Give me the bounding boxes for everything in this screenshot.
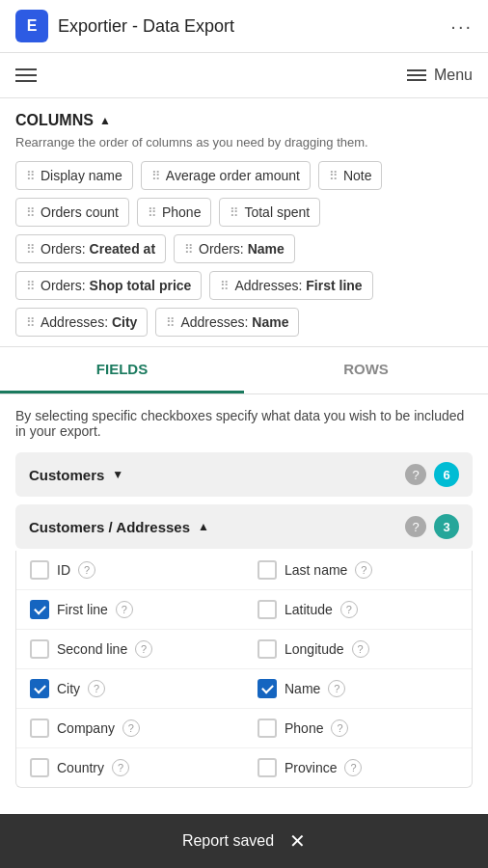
cb-city[interactable] [30, 679, 49, 698]
drag-icon: ⠿ [151, 169, 161, 183]
addresses-group-label: Customers / Addresses ▲ [29, 519, 209, 535]
phone-help-icon[interactable]: ? [331, 719, 348, 737]
checkbox-second-line: Second line ? [16, 630, 244, 669]
drag-icon: ⠿ [26, 279, 36, 293]
checkbox-last-name: Last name ? [244, 551, 472, 590]
name-help-icon[interactable]: ? [328, 680, 345, 697]
columns-section: COLUMNS ▲ Rearrange the order of columns… [0, 98, 488, 347]
addresses-arrow-icon: ▲ [198, 520, 209, 533]
second-line-help-icon[interactable]: ? [135, 640, 152, 658]
app-title: Exportier - Data Export [58, 16, 234, 37]
columns-arrow-icon: ▲ [99, 114, 111, 127]
customers-group-header[interactable]: Customers ▼ ? 6 [15, 452, 473, 497]
col-tag-orders-shop-total[interactable]: ⠿ Orders: Shop total price [15, 271, 202, 300]
cb-latitude[interactable] [258, 600, 277, 619]
drag-icon: ⠿ [230, 205, 239, 220]
col-tag-orders-created-at[interactable]: ⠿ Orders: Created at [15, 234, 166, 263]
cb-company[interactable] [30, 719, 49, 738]
province-help-icon[interactable]: ? [344, 759, 362, 776]
toolbar: Menu [0, 53, 488, 98]
checkboxes-grid: ID ? Last name ? First line ? Latitude ?… [15, 551, 473, 788]
id-help-icon[interactable]: ? [78, 561, 95, 579]
checkbox-first-line: First line ? [16, 590, 244, 630]
checkbox-id: ID ? [16, 551, 244, 590]
longitude-help-icon[interactable]: ? [352, 640, 369, 658]
app-header-left: E Exportier - Data Export [15, 10, 234, 42]
col-tag-avg-order[interactable]: ⠿ Average order amount [141, 161, 311, 190]
customers-group-label: Customers ▼ [29, 467, 123, 483]
tab-fields[interactable]: FIELDS [0, 347, 244, 393]
toast-notification: Report saved ✕ [0, 814, 488, 868]
checkbox-province: Province ? [244, 748, 472, 787]
columns-grid: ⠿ Display name ⠿ Average order amount ⠿ … [15, 161, 473, 337]
checkbox-phone: Phone ? [244, 709, 472, 748]
toast-message: Report saved [182, 832, 274, 850]
drag-icon: ⠿ [26, 315, 36, 330]
col-tag-display-name[interactable]: ⠿ Display name [15, 161, 133, 190]
col-tag-orders-count[interactable]: ⠿ Orders count [15, 198, 129, 227]
customers-count-badge: 6 [434, 462, 459, 487]
fields-section: By selecting specific checkboxes specify… [0, 394, 488, 811]
cb-first-line[interactable] [30, 600, 49, 619]
col-tag-addresses-city[interactable]: ⠿ Addresses: City [15, 308, 148, 337]
addresses-group-header[interactable]: Customers / Addresses ▲ ? 3 [15, 504, 473, 549]
col-tag-note[interactable]: ⠿ Note [318, 161, 383, 190]
menu-lines-icon [407, 69, 426, 81]
customers-help-icon[interactable]: ? [405, 464, 426, 485]
fields-description: By selecting specific checkboxes specify… [15, 408, 473, 439]
first-line-help-icon[interactable]: ? [116, 601, 133, 618]
cb-country[interactable] [30, 758, 49, 777]
country-help-icon[interactable]: ? [112, 759, 129, 776]
checkbox-city: City ? [16, 669, 244, 709]
city-help-icon[interactable]: ? [88, 680, 105, 697]
drag-icon: ⠿ [220, 279, 230, 293]
addresses-count-badge: 3 [434, 514, 459, 539]
addresses-group-right: ? 3 [405, 514, 459, 539]
customers-group-right: ? 6 [405, 462, 459, 487]
addresses-help-icon[interactable]: ? [405, 516, 426, 537]
last-name-help-icon[interactable]: ? [355, 561, 372, 579]
drag-icon: ⠿ [26, 242, 36, 257]
hamburger-icon[interactable] [15, 68, 37, 82]
menu-button[interactable]: Menu [407, 67, 473, 84]
tabs-bar: FIELDS ROWS [0, 347, 488, 394]
app-logo: E [15, 10, 48, 42]
col-tag-orders-name[interactable]: ⠿ Orders: Name [174, 234, 295, 263]
tab-rows[interactable]: ROWS [244, 347, 488, 393]
company-help-icon[interactable]: ? [122, 719, 140, 737]
cb-second-line[interactable] [30, 639, 49, 659]
more-options-icon[interactable]: ··· [450, 15, 473, 38]
cb-last-name[interactable] [258, 560, 277, 580]
drag-icon: ⠿ [184, 242, 194, 257]
checkbox-company: Company ? [16, 709, 244, 748]
columns-description: Rearrange the order of columns as you ne… [15, 135, 473, 149]
drag-icon: ⠿ [166, 315, 176, 330]
cb-phone[interactable] [258, 719, 277, 738]
latitude-help-icon[interactable]: ? [340, 601, 358, 618]
col-tag-phone[interactable]: ⠿ Phone [137, 198, 211, 227]
toast-close-button[interactable]: ✕ [289, 829, 306, 853]
col-tag-addresses-first-line[interactable]: ⠿ Addresses: First line [209, 271, 372, 300]
app-header: E Exportier - Data Export ··· [0, 0, 488, 53]
customers-arrow-icon: ▼ [112, 468, 123, 481]
drag-icon: ⠿ [148, 205, 157, 220]
cb-id[interactable] [30, 560, 49, 580]
cb-longitude[interactable] [258, 639, 277, 659]
columns-heading[interactable]: COLUMNS ▲ [15, 112, 473, 129]
col-tag-addresses-name[interactable]: ⠿ Addresses: Name [155, 308, 299, 337]
col-tag-total-spent[interactable]: ⠿ Total spent [219, 198, 320, 227]
checkbox-longitude: Longitude ? [244, 630, 472, 669]
checkbox-name: Name ? [244, 669, 472, 709]
checkbox-latitude: Latitude ? [244, 590, 472, 630]
cb-name[interactable] [258, 679, 277, 698]
cb-province[interactable] [258, 758, 277, 777]
drag-icon: ⠿ [26, 205, 36, 220]
drag-icon: ⠿ [329, 169, 339, 183]
checkbox-country: Country ? [16, 748, 244, 787]
drag-icon: ⠿ [26, 169, 36, 183]
